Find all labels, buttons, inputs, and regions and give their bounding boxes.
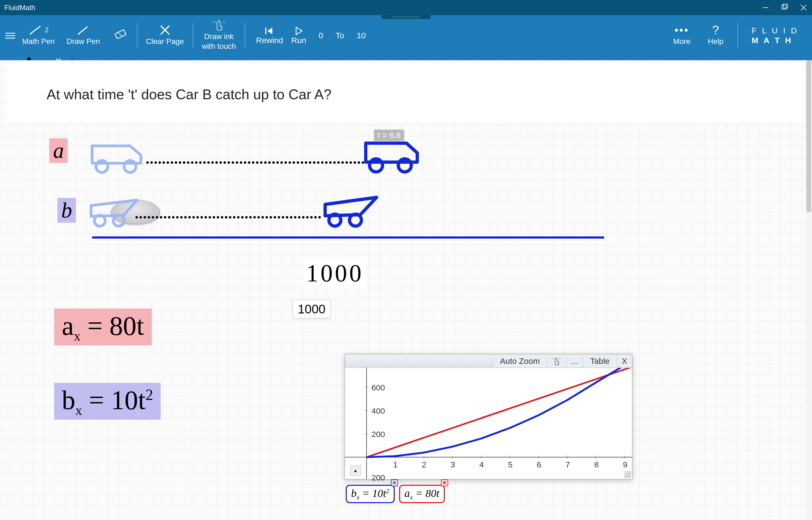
- typed-1000[interactable]: 1000: [292, 300, 331, 318]
- x-tick-6: 6: [537, 460, 541, 469]
- separator: [193, 23, 193, 48]
- y-tick-400: 400: [371, 407, 385, 416]
- graph-table-button[interactable]: Table: [583, 354, 617, 368]
- legend-b-close[interactable]: ✕: [391, 479, 398, 486]
- pen-badge: 2: [45, 26, 49, 34]
- main-toolbar: 2 Math Pen Draw Pen Clear Page Draw ink …: [0, 15, 812, 56]
- run-label: Run: [291, 36, 306, 45]
- help-label: Help: [708, 36, 724, 46]
- x-tick-4: 4: [479, 460, 484, 469]
- x-tick-1: 1: [393, 460, 398, 469]
- close-button[interactable]: [800, 3, 808, 12]
- auto-zoom-button[interactable]: Auto Zoom: [493, 354, 547, 368]
- clear-page-label: Clear Page: [146, 36, 184, 46]
- legend-b[interactable]: bx = 10t2: [346, 485, 395, 503]
- question-icon: ?: [712, 25, 719, 35]
- more-label: More: [673, 36, 691, 46]
- draw-ink-l2: with touch: [202, 42, 236, 51]
- car-b-label[interactable]: b: [57, 198, 76, 223]
- draw-pen-button[interactable]: Draw Pen: [61, 15, 106, 56]
- math-pen-label: Math Pen: [22, 36, 55, 46]
- anim-to-value[interactable]: 10: [352, 31, 370, 40]
- math-canvas[interactable]: At what time 't' does Car B catch up to …: [0, 60, 812, 520]
- car-b-drawing[interactable]: [323, 195, 385, 230]
- anim-to-label: To: [336, 31, 344, 40]
- rewind-icon: [264, 26, 275, 36]
- legend-a[interactable]: ax = 80t: [399, 485, 445, 503]
- fluidmath-logo: F L U I D M A T H: [746, 26, 804, 45]
- vertical-scrollbar[interactable]: [806, 60, 812, 520]
- graph-legend: bx = 10t2 ✕ ax = 80t ✕: [346, 485, 445, 503]
- touch-icon: [552, 357, 561, 365]
- animation-controls: Rewind Run 0 To 10: [248, 26, 378, 45]
- resize-grip[interactable]: [624, 471, 631, 478]
- graph-more-button[interactable]: ...: [566, 354, 583, 368]
- toolbar-handle[interactable]: [382, 15, 430, 19]
- graph-panel[interactable]: Auto Zoom ... Table X: [345, 354, 633, 479]
- pen-icon: 2: [28, 25, 49, 35]
- ground-line: [92, 236, 604, 239]
- svg-rect-9: [265, 28, 266, 34]
- car-a-trail: document.write(Array.from({length:54},()…: [146, 160, 368, 163]
- y-tick-600: 600: [371, 383, 385, 392]
- car-a-drawing[interactable]: [363, 139, 423, 175]
- more-button[interactable]: ••• More: [667, 25, 697, 46]
- ellipsis-icon: •••: [675, 25, 689, 35]
- pen-tray[interactable]: [0, 56, 812, 60]
- rewind-label: Rewind: [256, 36, 283, 45]
- car-b-trail: document.write(Array.from({length:46},()…: [136, 215, 325, 217]
- car-a-label[interactable]: a: [49, 138, 68, 163]
- x-tick-3: 3: [451, 460, 455, 469]
- x-icon: [159, 25, 171, 35]
- x-tick-7: 7: [565, 460, 570, 469]
- pencil-icon: [76, 25, 90, 35]
- touch-icon: [212, 20, 226, 31]
- graph-play-indicator[interactable]: ▲: [350, 466, 361, 476]
- play-icon: [294, 26, 304, 36]
- car-b-start-drawing: [88, 198, 145, 230]
- legend-a-close[interactable]: ✕: [441, 479, 448, 486]
- equation-b[interactable]: bx = 10t2: [54, 383, 161, 420]
- handwritten-1000[interactable]: 1000: [304, 258, 366, 288]
- svg-point-15: [113, 215, 124, 226]
- graph-close-button[interactable]: X: [617, 354, 632, 368]
- separator: [737, 23, 738, 48]
- draw-ink-touch-button[interactable]: Draw ink with touch: [196, 15, 242, 56]
- graph-touch-button[interactable]: [547, 354, 566, 368]
- x-tick-9: 9: [623, 460, 627, 469]
- separator: [245, 23, 245, 48]
- maximize-button[interactable]: [781, 3, 789, 12]
- y-tick-200: 200: [371, 430, 385, 439]
- x-tick-8: 8: [594, 460, 599, 469]
- draw-ink-l1: Draw ink: [204, 32, 233, 42]
- anim-from-value[interactable]: 0: [314, 31, 328, 40]
- run-button[interactable]: Run: [291, 26, 306, 45]
- car-a-start-drawing: [89, 141, 146, 177]
- svg-rect-1: [782, 5, 786, 9]
- y-tick-neg200: 200: [371, 473, 385, 482]
- menu-button[interactable]: [3, 30, 16, 41]
- question-text[interactable]: At what time 't' does Car B catch up to …: [44, 85, 335, 104]
- logo-line2: M A T H: [752, 35, 799, 45]
- chart-svg: [345, 368, 632, 479]
- window-title: FluidMath: [4, 3, 35, 12]
- draw-pen-label: Draw Pen: [67, 36, 100, 46]
- separator: [137, 23, 137, 48]
- scrollbar-thumb[interactable]: [806, 60, 811, 212]
- logo-line1: F L U I D: [752, 26, 799, 35]
- window-controls: [762, 3, 808, 12]
- equation-a[interactable]: ax = 80t: [54, 309, 152, 345]
- rewind-button[interactable]: Rewind: [256, 26, 283, 45]
- svg-rect-2: [783, 4, 788, 8]
- clear-page-button[interactable]: Clear Page: [140, 15, 190, 56]
- minimize-button[interactable]: [762, 3, 770, 12]
- x-tick-2: 2: [422, 460, 426, 469]
- plot-area[interactable]: 600 400 200 200 1 2 3 4 5 6 7 8 9 ▲: [345, 368, 632, 479]
- math-pen-button[interactable]: 2 Math Pen: [16, 15, 61, 56]
- help-button[interactable]: ? Help: [702, 25, 730, 46]
- svg-rect-5: [115, 30, 126, 38]
- eraser-icon: [112, 30, 128, 41]
- svg-line-32: [367, 368, 632, 457]
- eraser-button[interactable]: [106, 15, 134, 56]
- x-tick-5: 5: [508, 460, 513, 469]
